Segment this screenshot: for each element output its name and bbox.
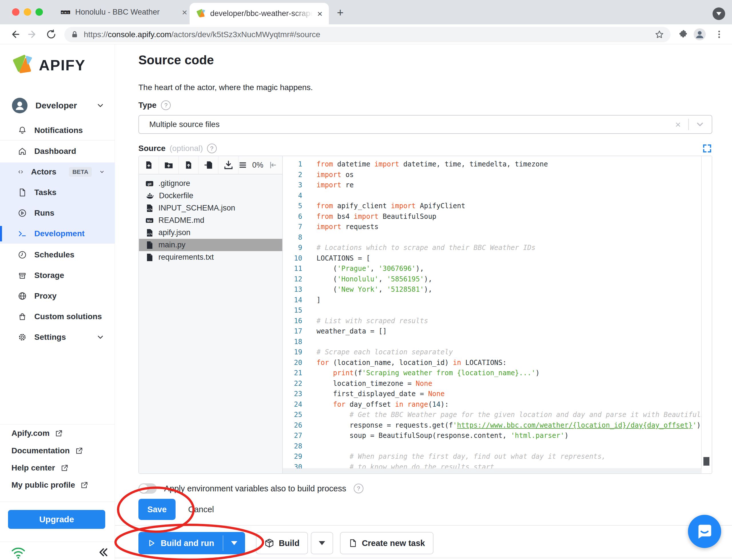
tab-bbc-weather[interactable]: B B C Honolulu - BBC Weather × [53,0,187,24]
help-icon[interactable]: ? [207,144,217,153]
close-window-button[interactable] [12,8,19,16]
link-help-center[interactable]: Help center [0,460,115,476]
code-line: 25 # Get the BBC Weather page for the gi… [283,411,702,421]
git-file-icon: git [145,179,154,188]
file-row-gitignore[interactable]: git .gitignore [139,177,282,190]
address-bar[interactable]: https://console.apify.com/actors/dev/k5t… [64,27,670,42]
source-optional-label: (optional) [170,144,203,153]
code-line: 24 for day_offset in range(14): [283,400,702,411]
bookmark-star-icon[interactable] [654,30,664,39]
file-row-apify-json[interactable]: </> apify.json [139,227,282,239]
extensions-button[interactable] [676,28,689,41]
code-line: 17weather_data = [] [283,327,702,338]
collapse-sidebar-icon[interactable] [97,547,109,558]
wrap-left-icon[interactable] [269,161,277,169]
upload-file-button[interactable] [179,156,199,174]
link-apify-com[interactable]: Apify.com [0,426,115,441]
type-select[interactable]: Multiple source files × [138,115,712,134]
type-label: Type ? [138,100,171,110]
build-dropdown-button[interactable] [311,532,333,554]
save-button[interactable]: Save [138,499,176,520]
new-file-button[interactable] [139,156,159,174]
file-row-dockerfile[interactable]: Dockerfile [139,190,282,202]
browser-menu-button[interactable] [713,28,726,41]
sidebar-item-runs[interactable]: Runs [0,205,115,221]
line-number: 15 [283,306,302,317]
close-tab-icon[interactable]: × [182,8,187,17]
sidebar-item-settings[interactable]: Settings [0,329,115,345]
line-number: 16 [283,317,302,327]
file-toolbar: 0% [139,156,282,174]
code-line: 10LOCATIONS = [ [283,254,702,265]
upgrade-button[interactable]: Upgrade [8,510,105,529]
new-tab-button[interactable]: + [335,7,346,18]
sidebar-item-custom-solutions[interactable]: Custom solutions [0,309,115,324]
code-line: 11 ('Prague', '3067696'), [283,265,702,275]
sidebar-item-notifications[interactable]: Notifications [0,123,115,138]
line-number: 5 [283,202,302,213]
import-file-button[interactable] [199,156,219,174]
help-icon[interactable]: ? [161,100,171,110]
sidebar-item-development[interactable]: Development [0,226,115,241]
back-icon [13,31,19,37]
line-number: 12 [283,275,302,286]
sidebar-item-schedules[interactable]: Schedules [0,247,115,263]
tab-search-button[interactable] [713,7,725,20]
sidebar-item-actors[interactable]: Actors BETA [0,164,115,180]
file-row-readme[interactable]: M README.md [139,214,282,227]
code-line: 14] [283,296,702,307]
apify-logo[interactable]: APIFY [11,54,86,76]
source-label: Source [138,144,166,153]
reload-button[interactable] [45,28,58,41]
horizontal-scrollbar[interactable] [283,468,702,473]
clear-select-icon[interactable]: × [668,119,688,130]
build-and-run-button[interactable]: Build and run [138,532,223,554]
account-switcher[interactable]: Developer [0,96,115,116]
caret-down-icon [319,541,325,545]
file-row-requirements[interactable]: requirements.txt [139,251,282,263]
chevron-down-icon[interactable] [695,120,705,129]
tab-strip: B B C Honolulu - BBC Weather × developer… [0,0,732,24]
close-tab-icon[interactable]: × [317,9,323,18]
create-new-task-button[interactable]: Create new task [340,532,433,554]
code-line: 5from apify_client import ApifyClient [283,202,702,213]
zoom-window-button[interactable] [35,8,43,16]
chat-widget-button[interactable] [688,515,721,548]
profile-button[interactable] [693,28,706,41]
new-task-file-icon [349,539,357,547]
forward-button[interactable] [26,28,39,41]
link-documentation[interactable]: Documentation [0,443,115,458]
file-row-input-schema[interactable]: </> INPUT_SCHEMA.json [139,202,282,214]
file-row-main-py-selected[interactable]: main.py [139,239,282,251]
help-icon[interactable]: ? [354,484,364,493]
bell-icon [18,126,27,135]
sidebar-item-dashboard[interactable]: Dashboard [0,144,115,159]
list-icon[interactable] [239,161,247,169]
code-line: 29 # When parsing the first day, find ou… [283,452,702,463]
code-icon [18,167,23,176]
back-button[interactable] [8,28,21,41]
env-vars-toggle[interactable] [138,483,157,494]
line-number: 13 [283,285,302,296]
tab-apify-console[interactable]: developer/bbc-weather-scrape × [190,3,329,24]
build-button[interactable]: Build [256,532,308,554]
divider [115,525,732,526]
minimize-window-button[interactable] [24,8,31,16]
sidebar-item-storage[interactable]: Storage [0,268,115,283]
code-pane[interactable]: 1from datetime import datetime, time, ti… [283,156,712,473]
line-number: 25 [283,411,302,421]
reload-icon [47,30,55,38]
download-files-button[interactable] [219,156,239,174]
scrollbar-thumb[interactable] [703,457,709,466]
window-controls[interactable] [12,8,43,16]
fullscreen-icon[interactable] [702,143,712,154]
build-and-run-dropdown-button[interactable] [223,532,245,554]
cancel-button[interactable]: Cancel [187,499,216,520]
link-my-public-profile[interactable]: My public profile [0,477,115,493]
tab-title: Honolulu - BBC Weather [75,8,160,17]
sidebar-item-proxy[interactable]: Proxy [0,288,115,304]
new-folder-button[interactable] [159,156,179,174]
sidebar-item-tasks[interactable]: Tasks [0,185,115,200]
line-number: 19 [283,348,302,359]
vertical-scrollbar[interactable] [701,156,712,469]
